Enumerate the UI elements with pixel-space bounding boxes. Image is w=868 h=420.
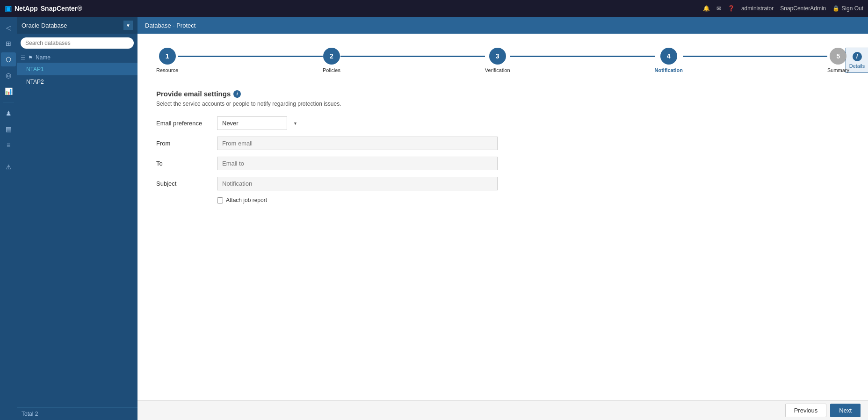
wizard-step-4: 4 Notification bbox=[655, 48, 683, 73]
netapp-logo-icon: ▣ bbox=[5, 4, 12, 13]
from-label: From bbox=[156, 140, 217, 147]
panel-dropdown-button[interactable]: ▼ bbox=[123, 21, 133, 30]
details-info-icon: i bbox=[853, 52, 862, 61]
flag-icon[interactable]: ⚑ bbox=[28, 55, 33, 61]
step-label-5: Summary bbox=[827, 67, 849, 73]
step-circle-4: 4 bbox=[660, 48, 677, 65]
step-circle-3: 3 bbox=[489, 48, 506, 65]
wizard-step-5: 5 Summary bbox=[827, 48, 849, 73]
from-email-input[interactable] bbox=[217, 137, 498, 150]
database-list: NTAP1 NTAP2 bbox=[17, 63, 137, 407]
bottom-bar: Previous Next bbox=[137, 400, 868, 420]
step-label-2: Policies bbox=[323, 67, 340, 73]
user-label[interactable]: administrator bbox=[741, 5, 774, 12]
to-row: To bbox=[156, 157, 849, 170]
table-row[interactable]: NTAP2 bbox=[17, 76, 137, 88]
form-info-icon[interactable]: i bbox=[233, 90, 241, 98]
content-header: Database - Protect bbox=[137, 17, 868, 34]
next-button[interactable]: Next bbox=[830, 404, 861, 417]
subject-input[interactable] bbox=[217, 177, 498, 190]
to-email-input[interactable] bbox=[217, 157, 498, 170]
left-panel: Oracle Database ▼ ☰ ⚑ Name NTAP1 NTAP2 T… bbox=[17, 17, 137, 420]
step-connector-4-5 bbox=[683, 56, 827, 57]
email-preference-select-wrapper: Never Always On Failure On Failure or Wa… bbox=[217, 116, 301, 130]
subject-row: Subject bbox=[156, 177, 849, 190]
wizard-step-1: 1 Resource bbox=[156, 48, 178, 73]
attach-job-report-row: Attach job report bbox=[217, 197, 849, 203]
right-content: Database - Protect i Details 1 Resource bbox=[137, 17, 868, 420]
email-preference-label: Email preference bbox=[156, 120, 217, 127]
subject-label: Subject bbox=[156, 180, 217, 187]
previous-button[interactable]: Previous bbox=[785, 404, 827, 417]
step-label-4: Notification bbox=[655, 67, 683, 73]
row-name: NTAP1 bbox=[26, 66, 44, 72]
help-icon[interactable]: ❓ bbox=[728, 5, 735, 12]
nav-grid-icon[interactable]: ⊞ bbox=[1, 36, 16, 51]
panel-footer: Total 2 bbox=[17, 407, 137, 420]
nav-people-icon[interactable]: ♟ bbox=[1, 106, 16, 120]
form-title: Provide email settings i bbox=[156, 90, 849, 98]
wizard-step-3: 3 Verification bbox=[485, 48, 510, 73]
email-settings-form: Provide email settings i Select the serv… bbox=[156, 90, 849, 203]
nav-divider bbox=[3, 102, 14, 102]
nav-ranking-icon[interactable]: ▤ bbox=[1, 122, 16, 136]
attach-job-report-checkbox[interactable] bbox=[217, 197, 223, 203]
search-input[interactable] bbox=[21, 37, 134, 49]
app-name: NetApp bbox=[14, 5, 38, 12]
nav-settings-icon[interactable]: ≡ bbox=[1, 138, 16, 152]
left-panel-header: Oracle Database ▼ bbox=[17, 17, 137, 34]
product-name: SnapCenter® bbox=[41, 5, 82, 12]
nav-shield-icon[interactable]: ⬡ bbox=[1, 52, 16, 66]
total-count: Total 2 bbox=[22, 411, 38, 417]
mail-icon[interactable]: ✉ bbox=[716, 5, 721, 12]
app-logo: ▣ NetApp SnapCenter® bbox=[5, 4, 82, 13]
nav-globe-icon[interactable]: ◎ bbox=[1, 68, 16, 82]
search-area bbox=[17, 34, 137, 52]
details-label: Details bbox=[849, 63, 865, 69]
topbar: ▣ NetApp SnapCenter® 🔔 ✉ ❓ administrator… bbox=[0, 0, 868, 17]
email-preference-row: Email preference Never Always On Failure… bbox=[156, 116, 849, 130]
step-circle-2: 2 bbox=[323, 48, 340, 65]
content-title: Database - Protect bbox=[145, 22, 195, 29]
name-column-header: Name bbox=[36, 54, 51, 61]
content-wrapper: Database - Protect i Details 1 Resource bbox=[137, 17, 868, 420]
step-label-3: Verification bbox=[485, 67, 510, 73]
step-circle-5: 5 bbox=[830, 48, 846, 65]
signout-button[interactable]: 🔒 Sign Out bbox=[832, 5, 863, 12]
row-name: NTAP2 bbox=[26, 79, 44, 85]
nav-divider-2 bbox=[3, 156, 14, 156]
account-label: SnapCenterAdmin bbox=[780, 5, 826, 12]
icon-sidebar: ◁ ⊞ ⬡ ◎ 📊 ♟ ▤ ≡ ⚠ bbox=[0, 17, 17, 420]
signout-icon: 🔒 bbox=[832, 5, 839, 12]
step-connector-1-2 bbox=[178, 56, 323, 57]
step-connector-2-3 bbox=[340, 56, 485, 57]
step-label-1: Resource bbox=[156, 67, 178, 73]
wizard-area: 1 Resource 2 Policies 3 Verification bbox=[137, 34, 868, 400]
attach-job-report-label: Attach job report bbox=[226, 197, 267, 203]
nav-back-icon[interactable]: ◁ bbox=[1, 21, 16, 35]
wizard-steps: 1 Resource 2 Policies 3 Verification bbox=[156, 48, 849, 73]
step-connector-3-4 bbox=[510, 56, 655, 57]
panel-title: Oracle Database bbox=[22, 22, 67, 29]
email-preference-select[interactable]: Never Always On Failure On Failure or Wa… bbox=[217, 116, 287, 130]
table-row[interactable]: NTAP1 bbox=[17, 63, 137, 76]
form-subtitle: Select the service accounts or people to… bbox=[156, 101, 849, 107]
bell-icon[interactable]: 🔔 bbox=[703, 5, 710, 12]
step-circle-1: 1 bbox=[159, 48, 176, 65]
from-row: From bbox=[156, 137, 849, 150]
to-label: To bbox=[156, 160, 217, 167]
nav-chart-icon[interactable]: 📊 bbox=[1, 84, 16, 98]
nav-warning-icon[interactable]: ⚠ bbox=[1, 160, 16, 174]
wizard-step-2: 2 Policies bbox=[323, 48, 340, 73]
filter-icon[interactable]: ☰ bbox=[21, 55, 25, 61]
table-header: ☰ ⚑ Name bbox=[17, 52, 137, 63]
